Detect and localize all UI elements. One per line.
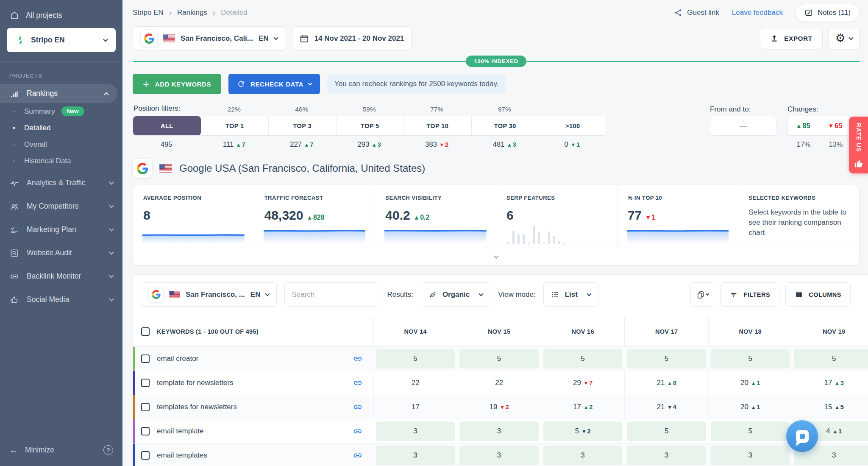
date-column-header[interactable]: NOV 19 bbox=[792, 317, 868, 346]
copy-view-button[interactable] bbox=[690, 282, 714, 307]
sidebar-item-analytics-traffic[interactable]: Analytics & Traffic bbox=[0, 173, 122, 193]
sidebar-subitem-detailed[interactable]: Detailed bbox=[0, 120, 122, 136]
date-column-header[interactable]: NOV 18 bbox=[708, 317, 792, 346]
position-filters-block: Position filters: 22% 46% 59% 77% 97% AL… bbox=[133, 103, 860, 148]
sidebar-item-backlink-monitor[interactable]: Backlink Monitor bbox=[0, 267, 122, 286]
filter-count: 111▴ 7 bbox=[200, 140, 268, 148]
filter-segment-top30[interactable]: TOP 30 bbox=[471, 116, 539, 135]
row-checkbox[interactable] bbox=[141, 354, 150, 363]
position-filters-label: Position filters: bbox=[134, 104, 181, 113]
filter-percent: 77% bbox=[403, 103, 471, 116]
date-column-header[interactable]: NOV 16 bbox=[541, 317, 625, 346]
rank-cell: 5▾ 2 bbox=[541, 419, 625, 443]
keyword-text[interactable]: email creator bbox=[157, 354, 198, 363]
chat-widget-button[interactable] bbox=[786, 420, 818, 452]
keywords-table-panel: San Francisco, ... EN Results: Organic V… bbox=[133, 274, 868, 466]
checklist-icon bbox=[9, 225, 19, 235]
filter-segment-top3[interactable]: TOP 3 bbox=[268, 116, 336, 135]
chevron-down-icon bbox=[109, 273, 114, 278]
date-range-selector[interactable]: 14 Nov 2021 - 20 Nov 2021 bbox=[292, 26, 412, 50]
filter-segment-top5[interactable]: TOP 5 bbox=[336, 116, 404, 135]
notes-button[interactable]: Notes (11) bbox=[796, 4, 860, 22]
progress-line bbox=[526, 61, 860, 62]
filters-button[interactable]: FILTERS bbox=[720, 282, 779, 307]
project-selector[interactable]: Stripo EN bbox=[7, 28, 116, 52]
table-row: email creator 5 5 5 5 5 5 bbox=[133, 347, 868, 371]
changes-up[interactable]: ▴ 85 bbox=[788, 116, 820, 135]
help-icon[interactable] bbox=[103, 445, 113, 455]
table-location-selector[interactable]: San Francisco, ... EN bbox=[141, 282, 277, 307]
rank-cell: 5 bbox=[792, 347, 868, 371]
sidebar-item-my-competitors[interactable]: My Competitors bbox=[0, 197, 122, 216]
chevron-down-icon bbox=[109, 226, 114, 231]
keyword-link-icon[interactable] bbox=[353, 427, 362, 436]
select-all-checkbox[interactable] bbox=[141, 327, 150, 336]
sidebar-subitem-overall[interactable]: Overall bbox=[0, 136, 122, 153]
filter-segment-top10[interactable]: TOP 10 bbox=[403, 116, 471, 135]
date-column-header[interactable]: NOV 14 bbox=[373, 317, 457, 346]
minimize-button[interactable]: Minimize bbox=[0, 445, 122, 466]
rank-cell: 29▾ 7 bbox=[541, 371, 625, 395]
filter-counts-row: 495 111▴ 7 227▴ 7 293▴ 3 383▾ 2 481▴ 3 0… bbox=[133, 140, 607, 148]
copy-icon bbox=[696, 290, 705, 299]
sidebar-subitem-label: Summary bbox=[24, 107, 55, 116]
keyword-text[interactable]: email templates bbox=[157, 451, 207, 460]
columns-button[interactable]: COLUMNS bbox=[785, 282, 851, 307]
rank-cell: 5 bbox=[624, 347, 708, 371]
changes-down[interactable]: ▾ 65 bbox=[820, 116, 852, 135]
settings-button[interactable] bbox=[829, 28, 860, 49]
subitem-marker bbox=[10, 124, 18, 132]
projects-section-label: PROJECTS bbox=[0, 62, 122, 82]
filter-count: 383▾ 2 bbox=[403, 140, 471, 148]
all-projects-link[interactable]: All projects bbox=[0, 0, 122, 25]
keyword-text[interactable]: template for newsletters bbox=[157, 379, 233, 387]
date-column-header[interactable]: NOV 15 bbox=[457, 317, 541, 346]
add-keywords-button[interactable]: ADD KEYWORDS bbox=[133, 74, 221, 94]
sidebar-item-website-audit[interactable]: Website Audit bbox=[0, 243, 122, 262]
recheck-data-button[interactable]: RECHECK DATA bbox=[228, 74, 320, 94]
row-checkbox[interactable] bbox=[141, 379, 150, 387]
leave-feedback-link[interactable]: Leave feedback bbox=[732, 8, 783, 17]
filter-segment-over100[interactable]: >100 bbox=[539, 116, 606, 135]
row-checkbox[interactable] bbox=[141, 403, 150, 411]
selector-row: San Francisco, Cali... EN 14 Nov 2021 - … bbox=[133, 26, 860, 50]
guest-link-button[interactable]: Guest link bbox=[674, 8, 719, 17]
keyword-link-icon[interactable] bbox=[353, 378, 362, 388]
chat-bubble-icon bbox=[796, 430, 809, 443]
keyword-text[interactable]: email template bbox=[157, 427, 204, 435]
search-input[interactable] bbox=[292, 290, 385, 299]
breadcrumb-separator bbox=[169, 8, 172, 17]
sidebar-item-social-media[interactable]: Social Media bbox=[0, 290, 122, 309]
sidebar-subitem-historical-data[interactable]: Historical Data bbox=[0, 153, 122, 169]
search-engine-location-selector[interactable]: San Francisco, Cali... EN bbox=[133, 26, 285, 50]
rate-us-tab[interactable]: RATE US bbox=[849, 117, 868, 173]
results-type-dropdown[interactable]: Organic bbox=[421, 282, 490, 307]
breadcrumb-project[interactable]: Stripo EN bbox=[133, 8, 164, 17]
selector-row-actions: EXPORT bbox=[760, 28, 860, 49]
keyword-link-icon[interactable] bbox=[353, 402, 362, 412]
keyword-link-icon[interactable] bbox=[353, 354, 362, 363]
keyword-text[interactable]: templates for newsletters bbox=[157, 403, 237, 411]
rank-cell: 3 bbox=[373, 444, 457, 466]
sidebar-item-marketing-plan[interactable]: Marketing Plan bbox=[0, 220, 122, 239]
date-column-header[interactable]: NOV 17 bbox=[624, 317, 708, 346]
sidebar-item-label: Marketing Plan bbox=[27, 225, 76, 234]
activity-pulse-icon bbox=[9, 178, 19, 188]
chevron-down-icon bbox=[479, 291, 483, 296]
from-and-to-input[interactable]: — bbox=[710, 116, 776, 136]
row-checkbox[interactable] bbox=[141, 451, 150, 460]
subitem-marker bbox=[10, 107, 18, 116]
export-button[interactable]: EXPORT bbox=[760, 28, 822, 49]
metrics-expander[interactable] bbox=[133, 248, 859, 265]
filter-segment-top1[interactable]: TOP 1 bbox=[201, 116, 269, 135]
metrics-panel: AVERAGE POSITION 8 TRAFFIC FORECAST 48,3… bbox=[133, 185, 860, 265]
row-checkbox[interactable] bbox=[141, 427, 150, 435]
sidebar-item-rankings[interactable]: Rankings bbox=[0, 84, 117, 103]
breadcrumb-rankings[interactable]: Rankings bbox=[177, 8, 207, 17]
keyword-link-icon[interactable] bbox=[353, 451, 362, 460]
rank-cell: 21▾ 4 bbox=[624, 395, 708, 419]
google-logo-icon bbox=[148, 287, 164, 302]
filter-segment-all[interactable]: ALL bbox=[133, 116, 201, 135]
view-mode-dropdown[interactable]: List bbox=[543, 282, 598, 307]
sidebar-subitem-summary[interactable]: Summary New bbox=[0, 103, 122, 120]
